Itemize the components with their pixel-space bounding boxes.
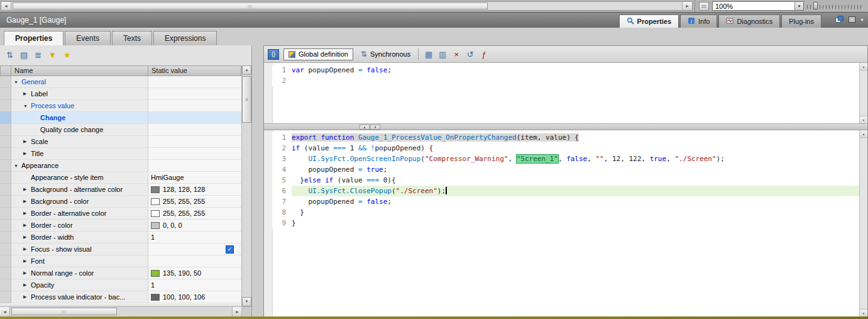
tree-row[interactable]: Appearance - style itemHmiGauge [0, 172, 241, 184]
tree-row[interactable]: ▶Title [0, 148, 241, 160]
scroll-left-button[interactable]: ◄ [1, 2, 11, 10]
synchronous-toggle[interactable]: ⇅ Synchronous [358, 48, 414, 60]
tab-events[interactable]: Events [65, 31, 111, 45]
static-value-cell[interactable]: 1 [148, 279, 241, 291]
expand-arrow-icon[interactable]: ▶ [23, 223, 31, 228]
static-value-cell[interactable] [148, 136, 241, 148]
splitter-collapse-up-button[interactable]: ▲ [360, 125, 370, 130]
static-value-cell[interactable]: 100, 100, 106 [148, 291, 241, 303]
color-swatch[interactable] [151, 294, 160, 301]
tree-row[interactable]: ▶Label [0, 88, 241, 100]
tree-row[interactable]: ▶Opacity1 [0, 279, 241, 291]
expand-arrow-icon[interactable]: ▶ [23, 211, 31, 216]
scroll-left-button[interactable]: ◄ [0, 307, 10, 316]
collapse-arrow-icon[interactable]: ▼ [14, 164, 21, 168]
expand-arrow-icon[interactable]: ▶ [23, 91, 31, 96]
checkbox-checked[interactable]: ✓ [226, 245, 234, 254]
splitter-collapse-down-button[interactable]: ▼ [370, 125, 380, 130]
scroll-down-button[interactable]: ▼ [860, 309, 867, 316]
insert-table-icon[interactable]: ▦ [423, 50, 434, 59]
static-value-cell[interactable] [148, 112, 241, 124]
color-swatch[interactable] [151, 186, 160, 193]
expand-arrow-icon[interactable]: ▶ [23, 271, 31, 276]
panel-splitter[interactable] [252, 45, 263, 316]
scrollbar-track[interactable]: ||| [11, 2, 682, 10]
scroll-right-button[interactable]: ► [232, 307, 242, 316]
scroll-up-button[interactable]: ▲ [860, 63, 867, 70]
tree-row[interactable]: ▶Focus - show visual✓ [0, 243, 241, 255]
static-value-cell[interactable] [148, 160, 241, 172]
static-value-cell[interactable]: HmiGauge [148, 172, 241, 184]
function-code-area[interactable]: 1export function Gauge_1_ProcessValue_On… [264, 130, 860, 316]
embed-window-icon[interactable] [849, 16, 855, 23]
scroll-up-button[interactable]: ▲ [242, 65, 251, 75]
tree-row[interactable]: ▶Border - width1 [0, 232, 241, 243]
static-value-cell[interactable]: 0, 0, 0 [148, 220, 241, 232]
tab-info[interactable]: i Info [680, 14, 717, 28]
tree-row[interactable]: ▶Background - alternative color128, 128,… [0, 184, 241, 196]
expand-arrow-icon[interactable]: ▶ [23, 294, 31, 299]
zoom-select[interactable]: 100% ▼ [712, 1, 804, 11]
insert-columns-icon[interactable]: ▥ [437, 50, 448, 59]
color-swatch[interactable] [151, 270, 160, 277]
favorites-icon[interactable]: ★ [63, 50, 71, 60]
snippets-icon[interactable]: {} [268, 49, 279, 60]
static-value-cell[interactable] [148, 148, 241, 160]
scroll-down-button[interactable]: ▼ [242, 297, 251, 306]
tree-row[interactable]: ▶Normal range - color135, 190, 50 [0, 267, 241, 279]
tree-row[interactable]: ▼Process value [0, 100, 241, 112]
tree-row[interactable]: ▼Appearance [0, 160, 241, 172]
reset-icon[interactable]: ↺ [464, 50, 476, 59]
list-icon[interactable]: ≣ [35, 50, 41, 60]
filter-icon[interactable]: ▼ [48, 50, 57, 60]
color-swatch[interactable] [151, 222, 160, 229]
zoom-fit-button[interactable]: ▭ [699, 2, 709, 11]
global-definition-button[interactable]: Global definition [283, 48, 353, 60]
color-swatch[interactable] [151, 210, 160, 217]
static-value-cell[interactable] [148, 88, 241, 100]
static-value-cell[interactable] [148, 76, 241, 88]
scrollbar-track[interactable]: ||| [10, 307, 232, 316]
collapse-arrow-icon[interactable]: ▼ [23, 104, 31, 108]
static-value-cell[interactable] [148, 100, 241, 112]
scroll-right-button[interactable]: ► [682, 2, 692, 10]
expand-arrow-icon[interactable]: ▶ [23, 235, 31, 240]
tree-row[interactable]: ▶Font [0, 255, 241, 267]
color-swatch[interactable] [151, 198, 160, 205]
sort-icon[interactable]: ⇅ [6, 50, 13, 60]
tree-row[interactable]: ▼General [0, 76, 241, 88]
scrollbar-thumb[interactable]: ||| [13, 3, 488, 9]
tree-row[interactable]: Change [0, 112, 241, 124]
canvas-horizontal-scrollbar[interactable]: ◄ ||| ► [1, 1, 693, 11]
scroll-down-button[interactable]: ▼ [860, 116, 867, 123]
scrollbar-thumb[interactable]: ||| [11, 308, 117, 315]
collapse-arrow-icon[interactable]: ▼ [14, 80, 21, 84]
static-value-cell[interactable]: 128, 128, 128 [148, 184, 241, 196]
tree-horizontal-scrollbar[interactable]: ◄ ||| ► [0, 306, 242, 316]
static-value-cell[interactable] [148, 255, 241, 267]
tree-row[interactable]: ▶Scale [0, 136, 241, 148]
dropdown-arrow-icon[interactable]: ▼ [794, 2, 803, 10]
editor-splitter[interactable]: ▲ ▼ [264, 123, 867, 130]
delete-function-icon[interactable]: ƒ [478, 50, 490, 59]
expand-arrow-icon[interactable]: ▶ [23, 259, 31, 264]
expand-arrow-icon[interactable]: ▶ [23, 187, 31, 192]
static-value-cell[interactable] [148, 124, 241, 136]
tab-properties-sub[interactable]: Properties [4, 31, 63, 45]
static-value-cell[interactable]: 1 [148, 232, 241, 243]
static-value-cell[interactable]: 135, 190, 50 [148, 267, 241, 279]
scrollbar-thumb[interactable]: ≡ [242, 76, 251, 123]
expand-arrow-icon[interactable]: ▶ [23, 247, 31, 252]
tab-diagnostics[interactable]: Diagnostics [718, 14, 780, 28]
tab-expressions[interactable]: Expressions [153, 31, 217, 45]
static-value-cell[interactable]: 255, 255, 255 [148, 208, 241, 220]
tree-row[interactable]: ▶Background - color255, 255, 255 [0, 196, 241, 208]
tab-plug-ins[interactable]: Plug-ins [781, 14, 821, 28]
scroll-up-button[interactable]: ▲ [860, 130, 867, 138]
expand-arrow-icon[interactable]: ▶ [23, 151, 31, 156]
tree-row[interactable]: ▶Border - alternative color255, 255, 255 [0, 208, 241, 220]
float-window-icon[interactable] [835, 16, 844, 23]
zoom-slider[interactable] [807, 2, 861, 10]
tree-row[interactable]: ▶Process value indicator - bac...100, 10… [0, 291, 241, 303]
tab-texts[interactable]: Texts [112, 31, 152, 45]
